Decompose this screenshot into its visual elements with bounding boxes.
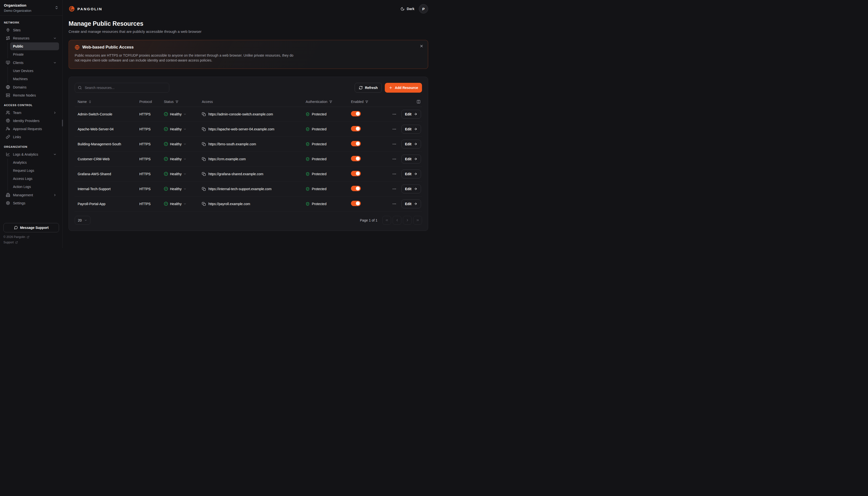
message-support-button[interactable]: Message Support (3, 223, 59, 232)
search-input[interactable] (75, 83, 169, 93)
sidebar-item-team[interactable]: Team (3, 109, 59, 117)
copy-url-button[interactable] (202, 187, 206, 191)
row-menu-button[interactable] (392, 127, 397, 131)
edit-button[interactable]: Edit (401, 170, 421, 179)
plus-icon (389, 86, 392, 90)
edit-button[interactable]: Edit (401, 125, 421, 134)
brand[interactable]: PANGOLIN (68, 6, 102, 12)
resource-url[interactable]: https://bms-south.example.com (208, 142, 256, 146)
sidebar-item-domains[interactable]: Domains (3, 83, 59, 91)
page-title: Manage Public Resources (68, 20, 428, 27)
sidebar-item-access-logs[interactable]: Access Logs (10, 175, 59, 183)
previous-page-button[interactable] (392, 216, 401, 225)
edit-button[interactable]: Edit (401, 155, 421, 164)
edit-button[interactable]: Edit (401, 110, 421, 119)
row-menu-button[interactable] (392, 172, 397, 176)
chevron-down-icon (53, 153, 57, 156)
resource-status-dropdown[interactable]: Healthy (164, 127, 202, 131)
resource-status-dropdown[interactable]: Healthy (164, 157, 202, 161)
theme-toggle[interactable]: Dark (400, 7, 414, 11)
resource-url[interactable]: https://grafana-shared.example.com (208, 172, 263, 176)
resource-url[interactable]: https://admin-console-switch.example.com (208, 112, 273, 116)
column-header-enabled[interactable]: Enabled (351, 100, 385, 104)
sidebar-item-identity-providers[interactable]: Identity Providers (3, 117, 59, 125)
sidebar-item-links[interactable]: Links (3, 133, 59, 141)
sidebar-item-private[interactable]: Private (10, 50, 59, 58)
resource-url[interactable]: https://payroll.example.com (208, 202, 250, 206)
resource-url[interactable]: https://internal-tech-support.example.co… (208, 187, 272, 191)
sidebar-item-settings[interactable]: Settings (3, 199, 59, 207)
row-menu-button[interactable] (392, 142, 397, 146)
pagination: 20 Page 1 of 1 (75, 216, 422, 225)
column-header-authentication[interactable]: Authentication (306, 100, 351, 104)
copyright-link[interactable]: © 2026 Pangolin (3, 235, 59, 239)
sidebar-item-request-logs[interactable]: Request Logs (10, 167, 59, 174)
edit-button[interactable]: Edit (401, 185, 421, 193)
sidebar-item-clients[interactable]: Clients (3, 59, 59, 67)
enabled-toggle[interactable] (351, 126, 361, 131)
copy-url-button[interactable] (202, 157, 206, 161)
resource-status-dropdown[interactable]: Healthy (164, 187, 202, 191)
enabled-toggle[interactable] (351, 171, 361, 176)
resource-protocol: HTTPS (139, 127, 164, 131)
sidebar-resize-handle[interactable] (62, 120, 63, 126)
sidebar-item-user-devices[interactable]: User Devices (10, 67, 59, 75)
sidebar-section-organization: ORGANIZATION (3, 145, 59, 148)
copy-icon (202, 112, 206, 116)
first-page-button[interactable] (382, 216, 391, 225)
copy-url-button[interactable] (202, 142, 206, 146)
next-page-button[interactable] (403, 216, 412, 225)
enabled-toggle[interactable] (351, 186, 361, 191)
copy-url-button[interactable] (202, 202, 206, 206)
edit-button[interactable]: Edit (401, 200, 421, 208)
page-size-select[interactable]: 20 (75, 216, 91, 225)
globe-icon (75, 45, 80, 50)
org-switcher[interactable]: Organization Demo Organization (0, 0, 62, 16)
resource-status-dropdown[interactable]: Healthy (164, 202, 202, 206)
resource-name: Admin-Switch-Console (75, 112, 139, 116)
copy-url-button[interactable] (202, 112, 206, 116)
copy-url-button[interactable] (202, 172, 206, 176)
sidebar-item-label: Identity Providers (13, 119, 39, 123)
row-menu-button[interactable] (392, 112, 397, 117)
sidebar-item-resources[interactable]: Resources (3, 34, 59, 42)
banner-close-button[interactable] (420, 44, 423, 48)
add-resource-button[interactable]: Add Resource (385, 83, 422, 93)
resource-status-dropdown[interactable]: Healthy (164, 112, 202, 116)
row-menu-button[interactable] (392, 187, 397, 191)
enabled-toggle[interactable] (351, 111, 361, 117)
copy-url-button[interactable] (202, 127, 206, 131)
resource-url[interactable]: https://apache-web-server-04.example.com (208, 127, 274, 131)
sidebar-item-machines[interactable]: Machines (10, 75, 59, 83)
pangolin-logo-icon (68, 6, 75, 12)
enabled-toggle[interactable] (351, 201, 361, 206)
table-row: Admin-Switch-Console HTTPS Healthy https… (75, 107, 422, 122)
sidebar-item-logs-analytics[interactable]: Logs & Analytics (3, 150, 59, 158)
sidebar-item-remote-nodes[interactable]: Remote Nodes (3, 91, 59, 99)
sidebar-item-label: Team (13, 111, 21, 115)
sidebar-nav: NETWORK Sites Resources Public Private C… (0, 16, 62, 220)
sidebar-item-action-logs[interactable]: Action Logs (10, 183, 59, 191)
support-link[interactable]: Support (3, 241, 59, 244)
resource-url[interactable]: https://crm.example.com (208, 157, 246, 161)
sidebar-item-public[interactable]: Public (10, 42, 59, 50)
column-header-name[interactable]: Name (75, 100, 139, 104)
enabled-toggle[interactable] (351, 156, 361, 161)
sidebar-item-approval-requests[interactable]: Approval Requests (3, 125, 59, 133)
column-settings-button[interactable] (417, 100, 420, 104)
resource-status-dropdown[interactable]: Healthy (164, 142, 202, 146)
enabled-toggle[interactable] (351, 141, 361, 146)
user-avatar[interactable]: P (419, 4, 428, 14)
row-menu-button[interactable] (392, 157, 397, 161)
sidebar-item-sites[interactable]: Sites (3, 26, 59, 34)
users-icon (6, 110, 10, 115)
resource-status-dropdown[interactable]: Healthy (164, 172, 202, 176)
sidebar-item-management[interactable]: Management (3, 191, 59, 199)
column-header-status[interactable]: Status (164, 100, 202, 104)
row-menu-button[interactable] (392, 202, 397, 206)
sidebar-item-analytics[interactable]: Analytics (10, 158, 59, 166)
resource-protocol: HTTPS (139, 142, 164, 146)
last-page-button[interactable] (413, 216, 422, 225)
edit-button[interactable]: Edit (401, 140, 421, 149)
refresh-button[interactable]: Refresh (355, 83, 382, 93)
